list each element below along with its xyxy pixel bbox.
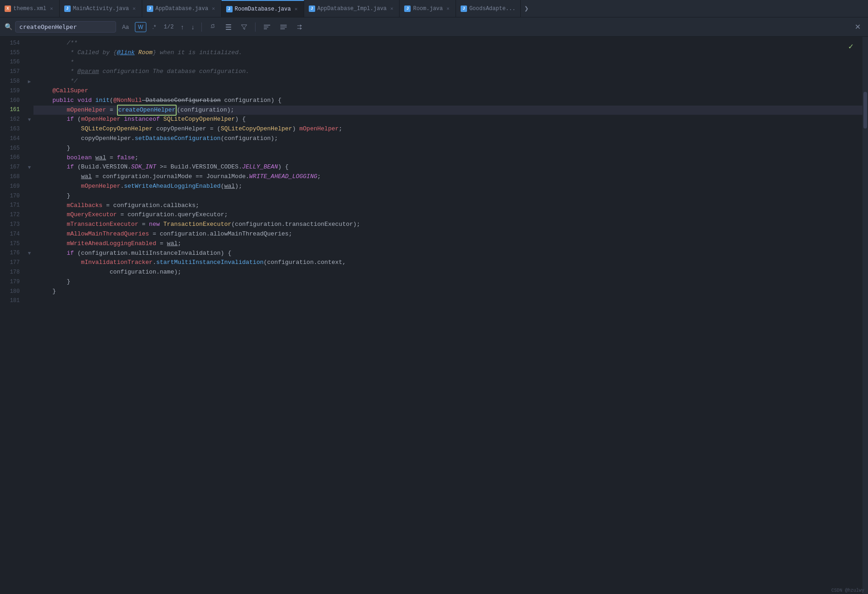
code-line-175: mWriteAheadLoggingEnabled = wal ; (33, 239, 862, 249)
gutter-181 (25, 297, 33, 306)
java-icon-main: J (64, 6, 71, 12)
gutter-161 (25, 106, 33, 115)
code-line-164: copyOpenHelper. setDatabaseConfiguration… (33, 134, 862, 144)
code-169-field: mOpenHelper (38, 182, 120, 191)
code-line-159: @CallSuper (33, 86, 862, 96)
svg-rect-1 (226, 27, 231, 28)
tab-appdatabase-impl-label: AppDatabase_Impl.java (317, 6, 387, 12)
gutter: ▶ ▼ ▼ ▼ (25, 37, 33, 594)
tab-roomdatabase-label: RoomDatabase.java (235, 6, 291, 12)
xml-icon: X (5, 6, 11, 12)
code-164-text: copyOpenHelper. (38, 134, 135, 144)
search-input[interactable] (15, 21, 116, 33)
code-172-field: mQueryExecutor (38, 210, 117, 220)
tab-appdatabase-label: AppDatabase.java (156, 6, 208, 12)
code-line-177: mInvalidationTracker . startMultiInstanc… (33, 258, 862, 268)
gutter-164 (25, 134, 33, 144)
ln-164: 164 (0, 134, 20, 144)
tab-appdatabase[interactable]: J AppDatabase.java ✕ (142, 0, 222, 17)
code-160-public: public (38, 96, 74, 106)
code-157-text: * (38, 67, 78, 77)
code-line-169: mOpenHelper . setWriteAheadLoggingEnable… (33, 182, 862, 191)
gutter-155 (25, 48, 33, 58)
ln-166: 166 (0, 153, 20, 163)
code-169-fn: setWriteAheadLoggingEnabled (124, 182, 221, 191)
svg-rect-7 (280, 27, 287, 28)
tab-themes[interactable]: X themes.xml ✕ (0, 0, 60, 17)
code-line-162: if ( mOpenHelper instanceof SQLiteCopyOp… (33, 115, 862, 124)
code-line-157: * @param configuration The database conf… (33, 67, 862, 77)
search-next-button[interactable]: ↓ (189, 22, 197, 32)
code-163-type: SQLiteCopyOpenHelper (38, 124, 153, 134)
ln-170: 170 (0, 191, 20, 201)
tab-themes-label: themes.xml (13, 6, 46, 12)
search-prev-button[interactable]: ↑ (178, 22, 186, 32)
align-button[interactable] (277, 22, 290, 32)
code-173-type: TransactionExecutor (163, 220, 231, 230)
code-180-text: } (38, 287, 56, 297)
code-line-172: mQueryExecutor = configuration.queryExec… (33, 210, 862, 220)
regex-button[interactable]: .* (149, 22, 159, 32)
gutter-162[interactable]: ▼ (25, 115, 33, 124)
whole-word-button[interactable]: W (135, 22, 146, 32)
code-165-text: } (38, 144, 70, 153)
code-161-field: mOpenHelper (38, 106, 106, 115)
ln-178: 178 (0, 268, 20, 277)
tab-roomdatabase[interactable]: J RoomDatabase.java ✕ (222, 0, 304, 17)
find-options-icon (225, 24, 232, 30)
find-options-button[interactable] (222, 22, 235, 32)
tab-room-close[interactable]: ✕ (445, 5, 451, 12)
gutter-165 (25, 144, 33, 153)
gutter-167[interactable]: ▼ (25, 163, 33, 172)
code-content[interactable]: /** * Called by {@link Room} when it is … (33, 37, 862, 594)
ln-174: 174 (0, 230, 20, 239)
search-count: 1/2 (162, 24, 176, 30)
ln-180: 180 (0, 287, 20, 297)
svg-rect-0 (226, 24, 231, 25)
case-sensitive-button[interactable]: Aa (119, 22, 132, 32)
code-line-168: wal = configuration.journalMode == Journ… (33, 172, 862, 182)
gutter-176[interactable]: ▼ (25, 249, 33, 258)
code-177-fn: startMultiInstanceInvalidation (156, 258, 263, 268)
replace-icon (296, 24, 304, 30)
watermark: CSDN @hzulwy (828, 587, 868, 594)
code-160-void: void (78, 96, 92, 106)
code-154-text: /** (38, 39, 78, 48)
svg-rect-4 (264, 27, 268, 28)
tab-roomdatabase-close[interactable]: ✕ (293, 5, 299, 13)
gutter-170 (25, 191, 33, 201)
gutter-168 (25, 172, 33, 182)
replace-button[interactable] (293, 22, 307, 32)
tab-overflow-button[interactable]: ❯ (521, 4, 533, 13)
gutter-154 (25, 39, 33, 48)
tab-themes-close[interactable]: ✕ (49, 5, 55, 12)
code-line-173: mTransactionExecutor = new TransactionEx… (33, 220, 862, 230)
gutter-179 (25, 277, 33, 287)
svg-rect-5 (264, 28, 267, 29)
gutter-156 (25, 58, 33, 67)
tab-appdatabase-impl-close[interactable]: ✕ (389, 5, 395, 12)
multiline-button[interactable] (260, 22, 274, 32)
ln-181: 181 (0, 297, 20, 306)
scrollbar-thumb[interactable] (863, 92, 867, 129)
ln-167: 167 (0, 163, 20, 172)
code-168-wal (38, 172, 81, 182)
tab-appdatabase-impl[interactable]: J AppDatabase_Impl.java ✕ (304, 0, 400, 17)
filter-button[interactable] (238, 22, 250, 32)
ln-165: 165 (0, 144, 20, 153)
tab-mainactivity[interactable]: J MainActivity.java ✕ (60, 0, 142, 17)
scrollbar[interactable] (862, 37, 868, 594)
pin-button[interactable] (206, 22, 219, 32)
tab-goodsadapter[interactable]: J GoodsAdapte... (456, 0, 521, 17)
tab-room[interactable]: J Room.java ✕ (400, 0, 456, 17)
gutter-166 (25, 153, 33, 163)
gutter-158[interactable]: ▶ (25, 77, 33, 86)
code-173-new: new (149, 220, 160, 230)
tab-mainactivity-close[interactable]: ✕ (131, 5, 137, 12)
code-line-154: /** (33, 39, 862, 48)
tab-appdatabase-close[interactable]: ✕ (211, 5, 217, 12)
svg-rect-8 (280, 28, 285, 29)
ln-173: 173 (0, 220, 20, 230)
search-close-button[interactable]: ✕ (852, 21, 863, 33)
gutter-172 (25, 210, 33, 220)
